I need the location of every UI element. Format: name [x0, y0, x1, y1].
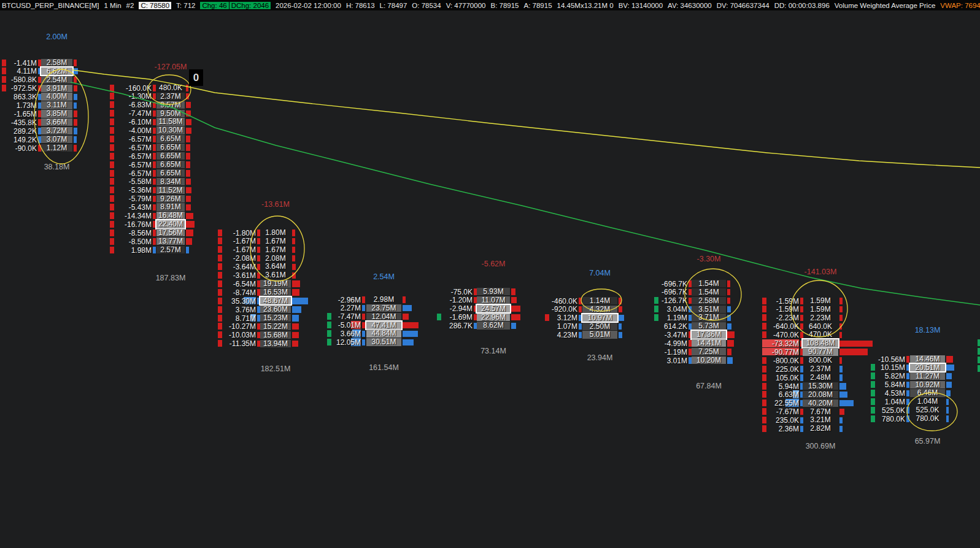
cluster-total-volume: 67.84M [672, 382, 746, 390]
volume-cell: 15.23M [260, 314, 291, 322]
volume-cell: 9.26M [156, 195, 185, 203]
buy-mini-bar [906, 399, 909, 406]
delta-value: 4.23M [534, 331, 577, 339]
delta-value: 780.0K [862, 415, 905, 423]
sell-volume-bar [403, 314, 409, 320]
chart-status-bar: BTCUSD_PERP_BINANCE[M]1 Min#2C: 78580T: … [0, 0, 980, 10]
volume-cell: 800.0K [803, 357, 838, 364]
buy-volume-bar [727, 357, 733, 364]
volume-cell: 7.67M [803, 408, 838, 415]
volume-cell: 1.80M [260, 229, 291, 236]
volume-cell: 3.61M [260, 271, 291, 279]
poc-cell: 48.67M [260, 297, 291, 304]
delta-value: -6.83M [109, 101, 152, 109]
sell-volume-bar [839, 323, 842, 330]
volume-cell: 470.0K [803, 331, 838, 338]
buy-volume-bar [74, 68, 78, 75]
sell-volume-bar [186, 128, 191, 134]
delta-value: -470.0K [756, 331, 799, 339]
delta-value: 5.94M [756, 383, 799, 390]
delta-value: -640.0K [756, 323, 799, 330]
volume-cell: 525.0K [910, 406, 945, 414]
status-low: L: 78497 [380, 2, 407, 9]
sell-volume-bar [292, 264, 296, 271]
sell-volume-bar [727, 298, 730, 304]
sell-mini-bar [906, 356, 909, 363]
sell-mini-bar [153, 93, 156, 100]
status-ask-volume: AV: 34630000 [668, 2, 712, 9]
sell-volume-bar [292, 230, 295, 236]
buy-volume-bar [727, 315, 731, 322]
sell-volume-bar [292, 323, 299, 330]
delta-value: -6.54M [213, 280, 256, 288]
delta-value: -8.74M [213, 289, 256, 296]
volume-cell: 2.48M [803, 374, 838, 381]
volume-cell: 16.53M [260, 288, 291, 296]
delta-value: -1.67M [213, 246, 256, 253]
delta-value: -2.23M [756, 314, 799, 322]
sell-volume-bar [839, 349, 868, 355]
poc-cell: 24.57M [477, 305, 510, 312]
delta-value: 3.04M [644, 306, 687, 313]
delta-value: -75.0K [430, 288, 473, 296]
volume-cell: 3.66M [41, 118, 72, 126]
delta-value: 3.12M [534, 314, 577, 322]
volume-cell: 30.51M [366, 338, 401, 345]
volume-cell: 4.32M [582, 306, 617, 313]
sell-mini-bar [579, 306, 582, 313]
buy-volume-bar [946, 365, 954, 371]
delta-value: -4.00M [109, 127, 152, 134]
buy-volume-bar [292, 315, 299, 322]
buy-volume-bar [946, 407, 949, 414]
buy-volume-bar [946, 382, 952, 388]
delta-value: 1.04M [862, 398, 905, 406]
status-change: Chg: 46 [200, 2, 228, 9]
volume-cell: 10.20M [692, 357, 726, 364]
next-cluster-edge-mark [978, 365, 980, 372]
delta-value: -5.58M [109, 178, 152, 185]
buy-mini-bar [579, 315, 582, 322]
cluster-delta-sum: 2.00M [20, 33, 94, 41]
sell-mini-bar [153, 119, 156, 126]
delta-value: -1.80M [213, 230, 256, 237]
volume-cell: 6.65M [156, 144, 185, 151]
sell-volume-bar [186, 161, 190, 168]
volume-cell: 3.11M [41, 101, 72, 109]
delta-value: -73.32M [756, 340, 799, 347]
volume-cell: 1.67M [260, 237, 291, 245]
delta-value: -1.59M [756, 306, 799, 313]
delta-value: -1.59M [756, 298, 799, 305]
delta-value: 8.71M [213, 315, 256, 322]
buy-volume-bar [74, 128, 77, 134]
next-cluster-edge-mark [978, 339, 980, 346]
sell-volume-bar [186, 119, 191, 126]
buy-mini-bar [906, 415, 909, 422]
volume-cell: 3.71M [692, 314, 726, 321]
next-cluster-edge-mark [978, 348, 980, 355]
delta-value: -8.56M [109, 230, 152, 237]
volume-cell: 15.30M [803, 382, 838, 390]
chart-canvas[interactable]: 2.00M-1.41M2.58M4.11M6.62M-580.8K2.54M-9… [0, 10, 980, 548]
sell-mini-bar [153, 144, 156, 151]
volume-cell: 1.59M [803, 297, 838, 304]
sell-volume-bar [186, 144, 190, 151]
sell-volume-bar [839, 315, 843, 322]
delta-value: -5.36M [109, 187, 152, 194]
volume-cell: 5.01M [582, 331, 617, 338]
volume-cell: 1.54M [692, 280, 726, 287]
poc-cell: 6.62M [41, 68, 72, 75]
cluster-total-volume: 187.83M [134, 274, 207, 282]
delta-value: -3.47M [644, 331, 687, 339]
delta-value: 1.73M [0, 102, 37, 109]
buy-volume-bar [946, 390, 951, 397]
delta-value: 4.11M [0, 68, 37, 75]
delta-value: -6.57M [109, 144, 152, 152]
delta-value: -1.67M [213, 237, 256, 245]
delta-value: -8.50M [109, 238, 152, 245]
delta-value: -2.96M [318, 296, 361, 304]
delta-value: -920.0K [534, 306, 577, 313]
sell-volume-bar [292, 255, 295, 262]
volume-cell: 16.48M [156, 212, 185, 219]
sell-volume-bar [292, 332, 299, 339]
volume-cell: 2.23M [803, 314, 838, 322]
